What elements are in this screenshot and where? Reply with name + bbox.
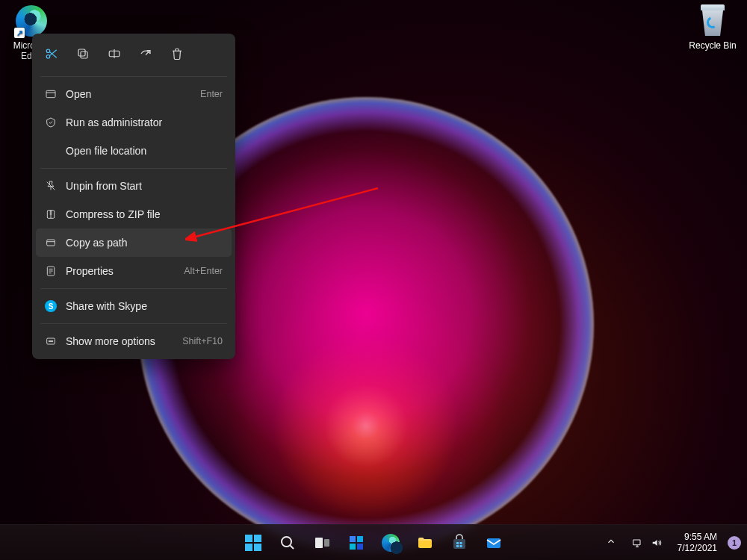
store-icon [450,534,468,552]
cut-button[interactable] [37,40,66,67]
menu-item-run-as-administrator[interactable]: Run as administrator [36,108,232,137]
rename-button[interactable] [100,40,128,67]
copy-button[interactable] [69,40,97,67]
menu-item-open-file-location[interactable]: Open file location [36,137,232,165]
svg-rect-19 [633,540,639,545]
menu-item-label: Open [66,88,191,100]
svg-rect-9 [350,536,356,542]
menu-item-label: Open file location [66,145,223,157]
search-icon [279,534,297,552]
file-explorer-button[interactable] [410,528,440,558]
recycle-bin-icon [696,4,729,37]
menu-item-share-with-skype[interactable]: SShare with Skype [36,292,232,320]
svg-rect-16 [456,545,459,547]
svg-rect-2 [81,52,87,58]
trash-icon [170,47,184,60]
edge-icon [382,534,400,552]
taskbar-edge-button[interactable] [376,528,406,558]
search-button[interactable] [273,528,303,558]
desktop-icon-label: Recycle Bin [689,40,736,51]
taskbar: 9:55 AM 7/12/2021 1 [0,524,747,560]
clock-date: 7/12/2021 [678,543,717,553]
separator [40,168,227,169]
props-icon [45,265,57,277]
scissors-icon [45,47,58,60]
copy-icon [76,47,90,60]
volume-icon [651,537,663,549]
rename-icon [108,47,121,60]
notification-badge[interactable]: 1 [728,536,741,550]
widgets-icon [347,534,365,552]
mail-button[interactable] [479,528,509,558]
context-menu-top-actions [36,37,232,73]
taskbar-clock[interactable]: 9:55 AM 7/12/2021 [673,532,722,553]
menu-item-label: Run as administrator [66,116,223,128]
svg-rect-17 [460,545,462,547]
menu-item-label: Copy as path [66,237,223,249]
menu-item-accelerator: Alt+Enter [184,266,223,276]
microsoft-store-button[interactable] [444,528,474,558]
taskbar-right: 9:55 AM 7/12/2021 1 [601,532,743,553]
svg-rect-7 [315,538,323,548]
share-icon [139,47,152,60]
mail-icon [485,534,503,552]
task-view-button[interactable] [307,528,337,558]
start-button[interactable] [238,528,268,558]
desktop-icon-recycle-bin[interactable]: Recycle Bin [684,4,741,51]
edge-icon: ↗ [15,4,48,37]
menu-item-label: Unpin from Start [66,180,223,192]
svg-point-6 [282,537,291,547]
svg-rect-14 [456,542,459,544]
system-tray[interactable] [627,537,667,549]
widgets-button[interactable] [341,528,371,558]
task-view-icon [313,534,331,552]
svg-rect-18 [487,538,500,548]
copypath-icon [45,237,57,249]
separator [40,288,227,289]
menu-item-label: Compress to ZIP file [66,208,223,220]
windows-logo-icon [245,535,261,551]
svg-rect-11 [350,544,356,550]
admin-icon [45,116,57,128]
folder-icon [416,534,434,552]
skype-icon: S [45,300,57,312]
menu-item-accelerator: Enter [200,89,223,99]
desktop[interactable]: ↗ Microsoft Edge Recycle Bin [0,0,747,560]
unpin-icon [45,180,57,192]
menu-item-compress-to-zip-file[interactable]: Compress to ZIP file [36,200,232,228]
svg-rect-10 [357,536,363,542]
menu-item-show-more-options[interactable]: Show more optionsShift+F10 [36,327,232,355]
context-menu: OpenEnterRun as administratorOpen file l… [32,34,235,359]
svg-rect-3 [78,49,85,56]
clock-time: 9:55 AM [678,532,717,542]
menu-item-copy-as-path[interactable]: Copy as path [36,228,232,257]
svg-rect-15 [460,542,462,544]
open-icon [45,88,57,100]
more-icon [45,335,57,347]
menu-item-properties[interactable]: PropertiesAlt+Enter [36,257,232,285]
menu-item-label: Properties [66,265,175,277]
delete-button[interactable] [163,40,191,67]
taskbar-center-apps [238,528,509,558]
tray-overflow-button[interactable] [601,532,621,553]
menu-item-label: Show more options [66,335,173,347]
svg-rect-12 [357,544,363,550]
shortcut-arrow-icon: ↗ [14,28,25,38]
zip-icon [45,208,57,220]
menu-item-accelerator: Shift+F10 [182,336,223,346]
share-button[interactable] [131,40,160,67]
separator [40,76,227,77]
menu-item-unpin-from-start[interactable]: Unpin from Start [36,172,232,200]
separator [40,323,227,324]
menu-item-open[interactable]: OpenEnter [36,80,232,108]
menu-item-label: Share with Skype [66,300,223,312]
svg-rect-8 [324,539,329,547]
chevron-up-icon [606,536,616,547]
network-icon [631,537,643,549]
svg-rect-13 [453,539,465,549]
